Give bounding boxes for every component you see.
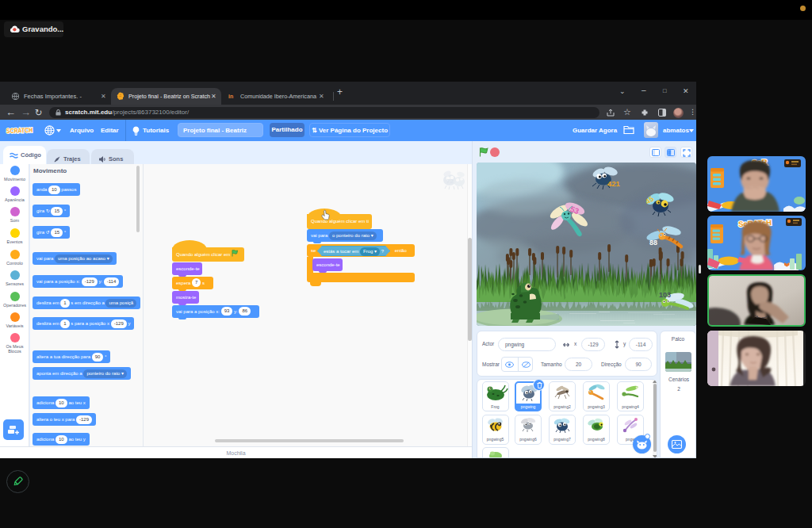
svg-text:88: 88	[649, 239, 657, 247]
svg-text:103: 103	[659, 291, 671, 299]
svg-text:421: 421	[607, 179, 621, 188]
svg-text:72: 72	[446, 178, 454, 185]
svg-text:SCRATCH: SCRATCH	[6, 126, 33, 135]
